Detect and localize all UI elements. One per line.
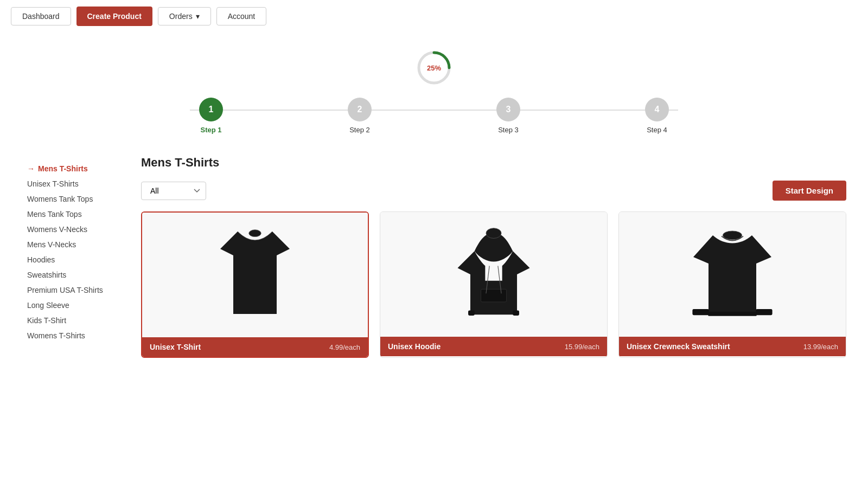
step-circle-3: 3 [496, 98, 520, 121]
sidebar-item-kids-tshirt[interactable]: Kids T-Shirt [22, 313, 119, 328]
create-product-button[interactable]: Create Product [76, 7, 152, 26]
svg-rect-11 [756, 309, 772, 315]
product-name-tshirt: Unisex T-Shirt [150, 343, 201, 351]
orders-dropdown[interactable]: Orders ▾ [158, 7, 211, 25]
step-label-2: Step 2 [349, 126, 370, 134]
sidebar-label: Womens Tank Tops [27, 195, 93, 203]
hoodie-svg [450, 226, 537, 323]
sidebar-label: Mens T-Shirts [38, 164, 88, 173]
sidebar-item-premium-usa[interactable]: Premium USA T-Shirts [22, 282, 119, 298]
svg-point-9 [723, 231, 742, 240]
product-name-hoodie: Unisex Hoodie [388, 342, 441, 351]
svg-rect-8 [513, 311, 519, 316]
step-item-1[interactable]: 1 Step 1 [199, 98, 223, 134]
progress-container: 25% [22, 49, 846, 87]
product-card-hoodie[interactable]: Unisex Hoodie 15.99/each [380, 211, 608, 358]
sidebar: → Mens T-Shirts Unisex T-Shirts Womens T… [22, 156, 119, 358]
sidebar-item-mens-tank-tops[interactable]: Mens Tank Tops [22, 207, 119, 222]
sidebar-label: Unisex T-Shirts [27, 179, 79, 188]
svg-point-3 [486, 228, 501, 239]
product-card-crewneck[interactable]: Unisex Crewneck Sweatshirt 13.99/each [618, 211, 846, 358]
svg-rect-10 [692, 309, 709, 315]
sidebar-label: Mens Tank Tops [27, 210, 82, 219]
step-label-4: Step 4 [647, 126, 667, 134]
crewneck-svg [689, 226, 776, 323]
svg-point-2 [249, 230, 261, 237]
sidebar-item-womens-tshirts[interactable]: Womens T-Shirts [22, 328, 119, 343]
step-label-3: Step 3 [498, 126, 519, 134]
sidebar-item-unisex-tshirts[interactable]: Unisex T-Shirts [22, 176, 119, 191]
chevron-down-icon: ▾ [196, 12, 200, 21]
step-item-3[interactable]: 3 Step 3 [496, 98, 520, 134]
sidebar-item-hoodies[interactable]: Hoodies [22, 252, 119, 267]
product-footer-hoodie: Unisex Hoodie 15.99/each [380, 337, 607, 356]
steps-container: 1 Step 1 2 Step 2 3 Step 3 4 Step 4 [22, 98, 846, 134]
step-item-2[interactable]: 2 Step 2 [348, 98, 372, 134]
header: Dashboard Create Product Orders ▾ Accoun… [0, 0, 868, 33]
sidebar-label: Premium USA T-Shirts [27, 286, 103, 294]
sidebar-label: Long Sleeve [27, 301, 69, 310]
sidebar-item-mens-tshirts[interactable]: → Mens T-Shirts [22, 161, 119, 176]
arrow-icon: → [27, 164, 35, 173]
svg-rect-12 [708, 312, 757, 316]
sidebar-label: Womens T-Shirts [27, 331, 85, 340]
filter-row: All Black White Color Start Design [141, 181, 846, 201]
product-name-crewneck: Unisex Crewneck Sweatshirt [627, 342, 730, 351]
sidebar-label: Mens V-Necks [27, 240, 76, 249]
sidebar-label: Sweatshirts [27, 271, 66, 279]
start-design-button[interactable]: Start Design [773, 181, 846, 201]
sidebar-item-sweatshirts[interactable]: Sweatshirts [22, 267, 119, 282]
progress-label: 25% [427, 64, 441, 72]
sidebar-item-long-sleeve[interactable]: Long Sleeve [22, 298, 119, 313]
svg-rect-7 [468, 311, 475, 316]
sidebar-label: Hoodies [27, 255, 55, 264]
page-title: Mens T-Shirts [141, 156, 846, 170]
product-card-tshirt[interactable]: Unisex T-Shirt 4.99/each [141, 211, 369, 358]
tshirt-svg [212, 226, 298, 324]
account-button[interactable]: Account [216, 7, 267, 25]
step-label-1: Step 1 [200, 126, 221, 134]
body-layout: → Mens T-Shirts Unisex T-Shirts Womens T… [22, 156, 846, 358]
sidebar-item-mens-vnecks[interactable]: Mens V-Necks [22, 237, 119, 252]
main-content: 25% 1 Step 1 2 Step 2 3 Step 3 4 Step 4 [0, 33, 868, 488]
step-circle-1: 1 [199, 98, 223, 121]
step-circle-4: 4 [645, 98, 669, 121]
steps-wrapper: 1 Step 1 2 Step 2 3 Step 3 4 Step 4 [199, 98, 669, 134]
sidebar-item-womens-tank-tops[interactable]: Womens Tank Tops [22, 191, 119, 207]
sidebar-label: Womens V-Necks [27, 225, 87, 234]
product-price-crewneck: 13.99/each [803, 343, 838, 351]
dashboard-button[interactable]: Dashboard [11, 7, 71, 25]
sidebar-item-womens-vnecks[interactable]: Womens V-Necks [22, 222, 119, 237]
progress-circle: 25% [415, 49, 453, 87]
product-grid: Unisex T-Shirt 4.99/each [141, 211, 846, 358]
product-image-crewneck [619, 212, 846, 337]
product-footer-crewneck: Unisex Crewneck Sweatshirt 13.99/each [619, 337, 846, 356]
step-item-4[interactable]: 4 Step 4 [645, 98, 669, 134]
product-price-tshirt: 4.99/each [329, 343, 360, 351]
product-footer-tshirt: Unisex T-Shirt 4.99/each [142, 337, 368, 357]
product-image-tshirt [142, 213, 368, 337]
orders-label: Orders [169, 12, 193, 21]
step-circle-2: 2 [348, 98, 372, 121]
sidebar-label: Kids T-Shirt [27, 316, 66, 325]
product-price-hoodie: 15.99/each [565, 343, 599, 351]
product-area: Mens T-Shirts All Black White Color Star… [141, 156, 846, 358]
product-image-hoodie [380, 212, 607, 337]
svg-rect-4 [481, 289, 507, 301]
filter-select[interactable]: All Black White Color [141, 182, 206, 200]
